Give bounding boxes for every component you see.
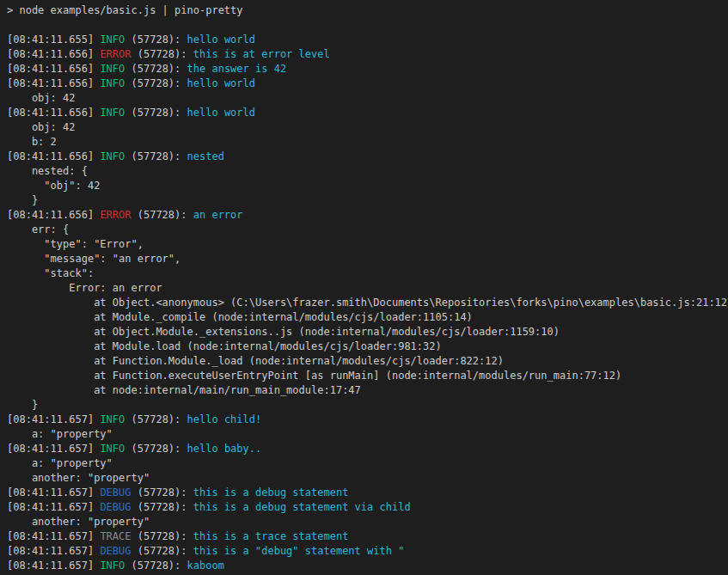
terminal-line: "obj": 42 xyxy=(7,179,728,193)
terminal-line: [08:41:11.657] INFO (57728): hello child… xyxy=(7,413,728,427)
terminal-segment-plain: [08:41:11.657] xyxy=(7,501,100,513)
terminal-segment-plain: nested: { xyxy=(7,165,88,177)
terminal-segment-plain: "message": "an error", xyxy=(7,253,180,265)
terminal-segment-plain: (57728): xyxy=(125,150,187,162)
terminal-segment-plain: } xyxy=(7,399,38,411)
terminal-line: obj: 42 xyxy=(7,120,728,135)
terminal-segment-plain: (57728): xyxy=(125,77,187,89)
terminal-segment-plain: [08:41:11.656] xyxy=(7,77,100,89)
terminal-segment-plain: (57728): xyxy=(125,560,187,572)
terminal-segment-info: INFO xyxy=(100,150,125,162)
terminal-segment-plain: "obj": 42 xyxy=(7,180,100,192)
terminal-line: Error: an error xyxy=(7,281,728,296)
terminal-line: [08:41:11.655] INFO (57728): hello world xyxy=(7,33,728,47)
terminal-segment-msg: hello baby.. xyxy=(187,443,262,455)
terminal-segment-plain: (57728): xyxy=(132,48,193,60)
terminal-line: [08:41:11.656] ERROR (57728): this is at… xyxy=(7,47,728,62)
terminal-segment-plain: at node:internal/main/run_main_module:17… xyxy=(7,384,361,396)
terminal-line: err: { xyxy=(7,223,728,237)
terminal-line: } xyxy=(7,193,728,208)
terminal-segment-info: INFO xyxy=(100,107,125,119)
terminal-segment-msg: an error xyxy=(193,209,243,221)
terminal-segment-msg: this is a "debug" statement with " xyxy=(193,545,405,557)
terminal-segment-msg: hello world xyxy=(187,34,255,46)
terminal-line: another: "property" xyxy=(7,515,728,529)
terminal-segment-plain: > node examples/basic.js | pino-pretty xyxy=(7,4,243,16)
terminal-segment-plain: [08:41:11.657] xyxy=(7,486,100,499)
terminal-segment-plain: "type": "Error", xyxy=(7,238,144,250)
terminal-segment-plain: obj: 42 xyxy=(7,92,75,104)
terminal-segment-plain: b: 2 xyxy=(7,136,57,148)
terminal-segment-msg: nested xyxy=(187,150,224,162)
terminal-line: nested: { xyxy=(7,164,728,179)
terminal-line: obj: 42 xyxy=(7,91,728,106)
terminal-line: "stack": xyxy=(7,266,728,281)
terminal-segment-info: INFO xyxy=(100,63,125,75)
terminal-line: [08:41:11.657] INFO (57728): kaboom xyxy=(7,559,728,573)
terminal-line: at Object.Module._extensions..js (node:i… xyxy=(7,325,728,339)
terminal-segment-debug: DEBUG xyxy=(100,501,131,513)
terminal-segment-plain: (57728): xyxy=(125,443,187,455)
terminal-line: at Function.executeUserEntryPoint [as ru… xyxy=(7,369,728,383)
terminal-segment-plain: a: "property" xyxy=(7,457,113,469)
terminal-segment-msg: kaboom xyxy=(187,560,224,572)
terminal-line: > node examples/basic.js | pino-pretty xyxy=(7,3,728,18)
terminal-segment-plain: obj: 42 xyxy=(7,121,75,133)
terminal-line: at node:internal/main/run_main_module:17… xyxy=(7,383,728,398)
terminal-line: at Module.load (node:internal/modules/cj… xyxy=(7,339,728,354)
terminal-segment-plain: (57728): xyxy=(132,530,193,542)
terminal-segment-info: INFO xyxy=(100,413,125,425)
terminal-line: a: "property" xyxy=(7,427,728,442)
terminal-segment-plain: another: "property" xyxy=(7,472,150,484)
terminal-segment-msg: this is a trace statement xyxy=(193,530,349,542)
terminal-segment-plain: (57728): xyxy=(125,34,187,46)
terminal-line: another: "property" xyxy=(7,471,728,486)
terminal-segment-plain: a: "property" xyxy=(7,428,113,440)
terminal-segment-plain: [08:41:11.657] xyxy=(7,413,100,425)
terminal-line: at Module._compile (node:internal/module… xyxy=(7,310,728,325)
terminal-segment-plain: [08:41:11.656] xyxy=(7,209,100,221)
terminal-line: [08:41:11.657] DEBUG (57728): this is a … xyxy=(7,486,728,500)
terminal-segment-trace: TRACE xyxy=(100,530,131,542)
terminal-segment-msg: the answer is 42 xyxy=(187,63,287,75)
terminal-output: > node examples/basic.js | pino-pretty[0… xyxy=(0,0,728,575)
terminal-segment-plain: [08:41:11.656] xyxy=(7,107,100,119)
terminal-segment-msg: this is a debug statement xyxy=(193,486,349,499)
terminal-segment-plain: [08:41:11.657] xyxy=(7,443,100,455)
terminal-segment-msg: this is at error level xyxy=(193,48,330,60)
terminal-line: [08:41:11.657] TRACE (57728): this is a … xyxy=(7,529,728,544)
terminal-line: [08:41:11.656] INFO (57728): hello world xyxy=(7,106,728,120)
terminal-line: [08:41:11.656] INFO (57728): the answer … xyxy=(7,62,728,76)
terminal-segment-error: ERROR xyxy=(100,209,131,221)
terminal-segment-plain: [08:41:11.656] xyxy=(7,150,100,162)
terminal-segment-plain: (57728): xyxy=(125,413,187,425)
terminal-segment-plain: (57728): xyxy=(125,107,187,119)
terminal-segment-plain: Error: an error xyxy=(7,282,162,294)
terminal-segment-info: INFO xyxy=(100,34,125,46)
terminal-segment-info: INFO xyxy=(100,443,125,455)
terminal-segment-plain: [08:41:11.657] xyxy=(7,530,100,542)
terminal-segment-info: INFO xyxy=(100,77,125,89)
terminal-line xyxy=(7,18,728,33)
terminal-segment-plain: } xyxy=(7,194,38,206)
terminal-segment-plain: [08:41:11.657] xyxy=(7,545,100,557)
terminal-line: b: 2 xyxy=(7,135,728,150)
terminal-segment-plain: at Module.load (node:internal/modules/cj… xyxy=(7,340,442,352)
terminal-segment-plain: (57728): xyxy=(125,63,187,75)
terminal-segment-debug: DEBUG xyxy=(100,545,131,557)
terminal-line: [08:41:11.657] INFO (57728): hello baby.… xyxy=(7,442,728,456)
terminal-segment-debug: DEBUG xyxy=(100,486,131,499)
terminal-line: [08:41:11.657] DEBUG (57728): this is a … xyxy=(7,500,728,515)
terminal-line: a: "property" xyxy=(7,456,728,471)
terminal-line: at Object.<anonymous> (C:\Users\frazer.s… xyxy=(7,296,728,310)
terminal-segment-msg: hello world xyxy=(187,77,255,89)
terminal-segment-msg: hello world xyxy=(187,107,255,119)
terminal-segment-plain: at Object.Module._extensions..js (node:i… xyxy=(7,326,560,338)
terminal-segment-plain: at Function.executeUserEntryPoint [as ru… xyxy=(7,370,621,382)
terminal-segment-plain: "stack": xyxy=(7,267,94,279)
terminal-segment-plain: (57728): xyxy=(132,501,193,513)
terminal-segment-info: INFO xyxy=(100,560,125,572)
terminal-segment-error: ERROR xyxy=(100,48,131,60)
terminal-segment-plain: [08:41:11.656] xyxy=(7,48,100,60)
terminal-line: "message": "an error", xyxy=(7,252,728,266)
